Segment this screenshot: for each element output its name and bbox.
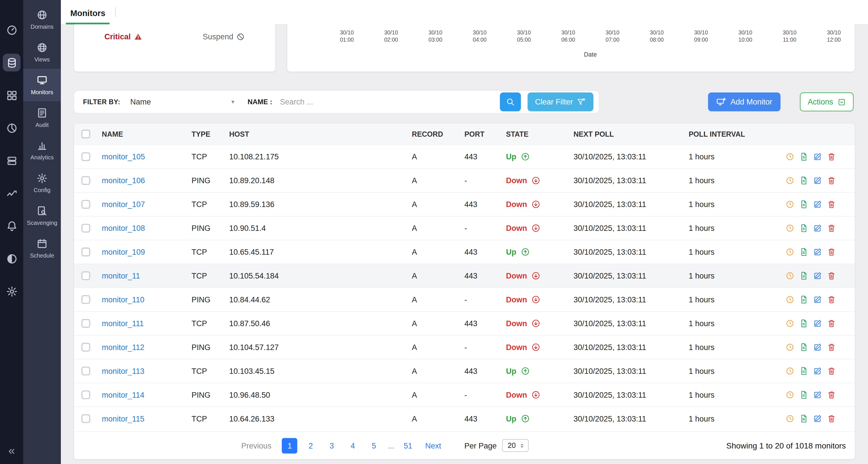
sidebar-item-analytics[interactable]: Analytics <box>23 134 61 167</box>
row-checkbox[interactable] <box>81 224 90 233</box>
monitor-name-link[interactable]: monitor_111 <box>102 319 144 328</box>
row-checkbox[interactable] <box>81 343 90 352</box>
collapse-sidebar-button[interactable]: « <box>8 445 15 457</box>
delete-icon[interactable] <box>827 367 836 376</box>
edit-icon[interactable] <box>813 367 822 376</box>
log-file-icon[interactable] <box>799 176 808 185</box>
edit-icon[interactable] <box>813 391 822 399</box>
log-file-icon[interactable] <box>799 152 808 161</box>
edit-icon[interactable] <box>813 224 822 233</box>
rail-item-activity[interactable] <box>3 184 21 202</box>
delete-icon[interactable] <box>827 271 836 280</box>
log-file-icon[interactable] <box>799 200 808 209</box>
monitor-name-link[interactable]: monitor_105 <box>102 152 145 161</box>
row-checkbox[interactable] <box>81 200 90 209</box>
clock-icon[interactable] <box>786 152 795 161</box>
clock-icon[interactable] <box>786 248 795 256</box>
log-file-icon[interactable] <box>799 343 808 352</box>
edit-icon[interactable] <box>813 271 822 280</box>
delete-icon[interactable] <box>827 224 836 233</box>
page-button[interactable]: 2 <box>303 438 319 453</box>
edit-icon[interactable] <box>813 176 822 185</box>
sidebar-item-monitors[interactable]: Monitors <box>23 69 61 101</box>
monitor-name-link[interactable]: monitor_114 <box>102 391 144 399</box>
rail-item-notifications[interactable] <box>3 217 21 235</box>
rail-item-reports[interactable] <box>3 119 21 137</box>
monitor-name-link[interactable]: monitor_109 <box>102 248 145 256</box>
page-button[interactable]: 4 <box>345 438 361 453</box>
log-file-icon[interactable] <box>799 414 808 423</box>
monitor-name-link[interactable]: monitor_113 <box>102 367 144 376</box>
edit-icon[interactable] <box>813 343 822 352</box>
clock-icon[interactable] <box>786 414 795 423</box>
clock-icon[interactable] <box>786 271 795 280</box>
sidebar-item-audit[interactable]: Audit <box>23 101 61 134</box>
clear-filter-button[interactable]: Clear Filter <box>527 92 593 112</box>
delete-icon[interactable] <box>827 176 836 185</box>
log-file-icon[interactable] <box>799 271 808 280</box>
next-page-button[interactable]: Next <box>425 441 441 450</box>
clock-icon[interactable] <box>786 367 795 376</box>
sidebar-item-scavenging[interactable]: Scavenging <box>23 199 61 232</box>
sidebar-item-domains[interactable]: Domains <box>23 3 61 36</box>
edit-icon[interactable] <box>813 319 822 328</box>
log-file-icon[interactable] <box>799 367 808 376</box>
delete-icon[interactable] <box>827 248 836 256</box>
log-file-icon[interactable] <box>799 391 808 399</box>
delete-icon[interactable] <box>827 343 836 352</box>
log-file-icon[interactable] <box>799 319 808 328</box>
page-button[interactable]: 5 <box>366 438 381 453</box>
row-checkbox[interactable] <box>81 295 90 304</box>
edit-icon[interactable] <box>813 200 822 209</box>
monitor-name-link[interactable]: monitor_107 <box>102 200 145 209</box>
search-input[interactable] <box>280 97 499 106</box>
delete-icon[interactable] <box>827 295 836 304</box>
rail-item-settings[interactable] <box>3 282 21 300</box>
log-file-icon[interactable] <box>799 295 808 304</box>
monitor-name-link[interactable]: monitor_112 <box>102 343 144 352</box>
row-checkbox[interactable] <box>81 319 90 328</box>
page-button[interactable]: 3 <box>324 438 340 453</box>
delete-icon[interactable] <box>827 152 836 161</box>
clock-icon[interactable] <box>786 200 795 209</box>
log-file-icon[interactable] <box>799 224 808 233</box>
delete-icon[interactable] <box>827 319 836 328</box>
page-button[interactable]: 1 <box>282 438 298 453</box>
edit-icon[interactable] <box>813 248 822 256</box>
monitor-name-link[interactable]: monitor_115 <box>102 414 144 423</box>
clock-icon[interactable] <box>786 295 795 304</box>
edit-icon[interactable] <box>813 152 822 161</box>
log-file-icon[interactable] <box>799 248 808 256</box>
actions-button[interactable]: Actions <box>800 92 854 112</box>
sidebar-item-views[interactable]: Views <box>23 36 61 69</box>
search-button[interactable] <box>500 92 521 112</box>
previous-page-button[interactable]: Previous <box>241 441 272 450</box>
sidebar-item-config[interactable]: Config <box>23 166 61 199</box>
select-all-checkbox[interactable] <box>81 129 90 138</box>
rail-item-dashboard[interactable] <box>3 21 21 39</box>
delete-icon[interactable] <box>827 200 836 209</box>
sidebar-item-schedule[interactable]: Schedule <box>23 232 61 265</box>
add-monitor-button[interactable]: Add Monitor <box>708 92 781 112</box>
rail-item-theme[interactable] <box>3 250 21 268</box>
row-checkbox[interactable] <box>81 248 90 256</box>
row-checkbox[interactable] <box>81 367 90 376</box>
clock-icon[interactable] <box>786 391 795 399</box>
row-checkbox[interactable] <box>81 391 90 399</box>
edit-icon[interactable] <box>813 414 822 423</box>
delete-icon[interactable] <box>827 414 836 423</box>
row-checkbox[interactable] <box>81 414 90 423</box>
edit-icon[interactable] <box>813 295 822 304</box>
filter-by-select[interactable]: Name ▼ <box>130 97 236 106</box>
clock-icon[interactable] <box>786 176 795 185</box>
delete-icon[interactable] <box>827 391 836 399</box>
rail-item-servers[interactable] <box>3 152 21 169</box>
row-checkbox[interactable] <box>81 152 90 161</box>
row-checkbox[interactable] <box>81 176 90 185</box>
rail-item-dns[interactable] <box>3 54 21 71</box>
clock-icon[interactable] <box>786 343 795 352</box>
monitor-name-link[interactable]: monitor_110 <box>102 295 144 304</box>
clock-icon[interactable] <box>786 319 795 328</box>
rail-item-apps[interactable] <box>3 86 21 104</box>
monitor-name-link[interactable]: monitor_106 <box>102 176 145 185</box>
